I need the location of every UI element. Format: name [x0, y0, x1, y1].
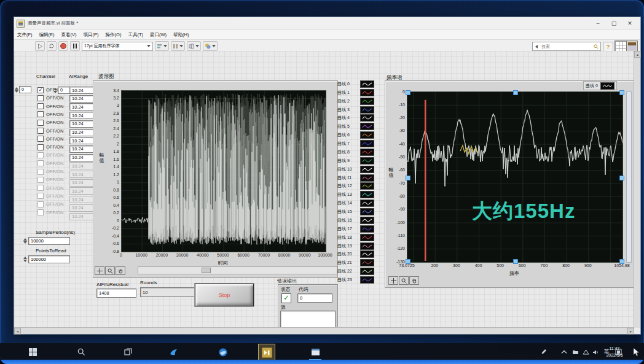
- onoff-checkbox[interactable]: [37, 193, 44, 199]
- onoff-checkbox[interactable]: [37, 209, 44, 215]
- legend-item[interactable]: 曲线 12: [337, 182, 374, 190]
- airange-value-field[interactable]: 10.24: [69, 137, 95, 144]
- plot-style-icon[interactable]: [360, 157, 374, 165]
- selection-handle[interactable]: [619, 176, 624, 180]
- airange-value-field[interactable]: 10.24: [69, 171, 95, 178]
- zoom-icon[interactable]: [399, 276, 409, 285]
- legend-item[interactable]: 曲线 6: [337, 131, 374, 139]
- plot-style-icon[interactable]: [360, 166, 374, 173]
- plot-style-icon[interactable]: [600, 82, 615, 90]
- legend-item[interactable]: 曲线 3: [337, 106, 374, 114]
- selection-handle[interactable]: [513, 90, 518, 95]
- legend-item[interactable]: 曲线 17: [337, 225, 374, 233]
- menu-item-1[interactable]: 编辑(E): [39, 32, 55, 38]
- plot-style-icon[interactable]: [360, 225, 374, 233]
- airange-value-field[interactable]: 10.24: [69, 204, 95, 212]
- airange-value-field[interactable]: 10.24: [69, 187, 95, 195]
- sample-period-value[interactable]: 10000: [28, 237, 70, 245]
- maximize-button[interactable]: ▢: [606, 18, 622, 29]
- points-to-read-control[interactable]: 100000: [23, 255, 70, 263]
- menu-item-3[interactable]: 项目(P): [84, 32, 99, 38]
- menu-item-7[interactable]: 帮助(H): [173, 32, 189, 38]
- tray-speaker-icon[interactable]: [591, 343, 600, 361]
- plot-style-icon[interactable]: [360, 114, 374, 122]
- legend-item[interactable]: 曲线 14: [337, 199, 374, 207]
- app-labview-button[interactable]: [258, 344, 275, 362]
- plot-style-icon[interactable]: [360, 98, 374, 105]
- plot-style-icon[interactable]: [360, 250, 374, 258]
- pen-tray-icon[interactable]: [540, 343, 548, 361]
- legend-item[interactable]: 曲线 21: [337, 259, 374, 266]
- plot-style-icon[interactable]: [360, 80, 374, 88]
- plot-style-icon[interactable]: [360, 131, 374, 139]
- legend-item[interactable]: 曲线 2: [337, 98, 374, 105]
- legend-item[interactable]: 曲线 23: [337, 276, 374, 284]
- abort-button[interactable]: [58, 41, 68, 51]
- airange-value-field[interactable]: 10.24: [69, 120, 95, 128]
- onoff-checkbox[interactable]: ✓: [37, 87, 44, 93]
- airange-value-field[interactable]: 10.24: [69, 112, 95, 119]
- title-bar[interactable]: 测量声音频率.vi 前面板 * – ▢ ✕: [14, 17, 640, 30]
- menu-item-5[interactable]: 工具(T): [128, 32, 143, 38]
- context-help-button[interactable]: ?: [603, 42, 613, 52]
- start-button[interactable]: [25, 344, 41, 360]
- taskbar-search-button[interactable]: [73, 344, 89, 360]
- pause-button[interactable]: [70, 41, 80, 51]
- close-button[interactable]: ✕: [622, 18, 638, 29]
- legend-item[interactable]: 曲线 18: [337, 234, 374, 241]
- onoff-checkbox[interactable]: [37, 111, 44, 117]
- crosshair-icon[interactable]: [388, 276, 398, 285]
- app-browser-button[interactable]: [215, 344, 231, 360]
- onoff-checkbox[interactable]: [37, 185, 44, 191]
- run-button[interactable]: [35, 41, 45, 51]
- onoff-checkbox[interactable]: [37, 144, 44, 150]
- airange-value-field[interactable]: 10.24: [69, 213, 95, 220]
- airange-value-field[interactable]: 10.24: [69, 95, 95, 103]
- error-code-value[interactable]: 0: [297, 293, 332, 303]
- legend-item[interactable]: 曲线 13: [337, 191, 374, 198]
- plot-style-icon[interactable]: [360, 123, 374, 130]
- scroll-up-icon[interactable]: ▲: [634, 51, 641, 58]
- legend-item[interactable]: 曲线 8: [337, 149, 374, 156]
- panel-vertical-scrollbar[interactable]: ▲: [634, 51, 640, 328]
- pan-icon[interactable]: [409, 276, 419, 285]
- search-box[interactable]: [532, 42, 601, 51]
- airange-index-control[interactable]: 0: [53, 87, 70, 94]
- pan-icon[interactable]: [116, 266, 125, 275]
- spectrum-graph[interactable]: 曲线 0 幅值 0-10-20-30-40-50-60-70-80-90-100…: [385, 80, 634, 288]
- legend-item[interactable]: 曲线 16: [337, 217, 374, 224]
- airange-value-field[interactable]: 10.24: [69, 179, 95, 187]
- tray-folder-icon[interactable]: [571, 343, 579, 361]
- plot-style-icon[interactable]: [360, 182, 374, 190]
- spinner-icon[interactable]: [23, 257, 27, 262]
- error-source-textarea[interactable]: [280, 311, 336, 328]
- spinner-icon[interactable]: [53, 88, 57, 93]
- minimize-button[interactable]: –: [590, 18, 606, 29]
- airange-value-field[interactable]: 10.24: [69, 103, 95, 110]
- onoff-checkbox[interactable]: [37, 152, 44, 158]
- onoff-checkbox[interactable]: [37, 128, 44, 134]
- onoff-checkbox[interactable]: [37, 136, 44, 142]
- plot-style-icon[interactable]: [360, 276, 374, 284]
- legend-item[interactable]: 曲线 11: [337, 174, 374, 182]
- legend-item[interactable]: 曲线 7: [337, 140, 374, 147]
- onoff-checkbox[interactable]: [37, 160, 44, 166]
- legend-item[interactable]: 曲线 0: [337, 80, 374, 88]
- plot-style-icon[interactable]: [360, 140, 374, 147]
- legend-item[interactable]: 曲线 5: [337, 123, 374, 130]
- legend-item[interactable]: 曲线 1: [337, 89, 374, 96]
- selection-handle[interactable]: [406, 176, 410, 180]
- legend-item[interactable]: 曲线 10: [337, 166, 374, 173]
- sample-period-control[interactable]: 10000: [23, 237, 70, 245]
- run-continuous-button[interactable]: [47, 41, 57, 51]
- chansel-index-control[interactable]: 0: [15, 86, 31, 93]
- tray-chevron-up-icon[interactable]: [560, 343, 568, 361]
- zoom-icon[interactable]: [105, 266, 115, 275]
- plot-style-icon[interactable]: [360, 268, 374, 275]
- legend-item[interactable]: 曲线 15: [337, 208, 374, 215]
- plot-style-icon[interactable]: [360, 234, 374, 241]
- airange-value-field[interactable]: 10.24: [69, 196, 95, 203]
- plot-style-icon[interactable]: [360, 259, 374, 266]
- plot-style-icon[interactable]: [360, 208, 374, 215]
- plot-style-icon[interactable]: [360, 106, 374, 114]
